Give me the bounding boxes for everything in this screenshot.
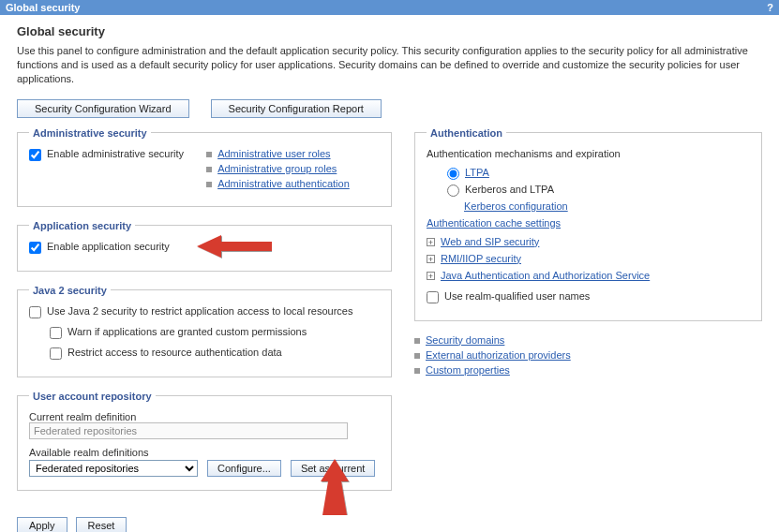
enable-admin-security-checkbox[interactable] <box>29 149 41 161</box>
use-realm-qualified-checkbox[interactable] <box>427 291 439 303</box>
reset-button[interactable]: Reset <box>76 517 127 532</box>
external-auth-providers-link[interactable]: External authorization providers <box>426 349 571 361</box>
expand-icon[interactable]: + <box>427 238 435 246</box>
bullet-icon <box>414 338 420 344</box>
admin-group-roles-link[interactable]: Administrative group roles <box>217 163 337 174</box>
java2-security-fieldset: Java 2 security Use Java 2 security to r… <box>17 285 392 377</box>
bullet-icon <box>206 152 212 157</box>
custom-properties-link[interactable]: Custom properties <box>426 364 510 376</box>
kerberos-config-link[interactable]: Kerberos configuration <box>464 200 568 212</box>
page-heading: Global security <box>17 24 762 38</box>
admin-authentication-link[interactable]: Administrative authentication <box>217 178 350 189</box>
available-realm-select[interactable]: Federated repositories <box>29 460 198 477</box>
help-icon[interactable]: ? <box>767 2 773 13</box>
auth-mech-label: Authentication mechanisms and expiration <box>427 148 750 159</box>
expand-icon[interactable]: + <box>427 272 435 280</box>
security-domains-link[interactable]: Security domains <box>426 334 504 346</box>
restrict-access-checkbox[interactable] <box>50 347 62 360</box>
user-account-repository-legend: User account repository <box>29 391 156 402</box>
jaas-link[interactable]: Java Authentication and Authorization Se… <box>441 270 650 281</box>
application-security-fieldset: Application security Enable application … <box>17 220 392 272</box>
auth-cache-settings-link[interactable]: Authentication cache settings <box>427 217 561 229</box>
available-realm-label: Available realm definitions <box>29 447 380 458</box>
bullet-icon <box>414 353 420 359</box>
current-realm-input <box>29 422 348 439</box>
enable-app-security-label: Enable application security <box>47 241 170 252</box>
window-title: Global security <box>6 2 80 13</box>
bullet-icon <box>206 167 212 172</box>
configure-button[interactable]: Configure... <box>207 460 281 477</box>
web-sip-security-link[interactable]: Web and SIP security <box>441 236 539 247</box>
administrative-security-fieldset: Administrative security Enable administr… <box>17 127 392 207</box>
bullet-icon <box>414 368 420 374</box>
admin-user-roles-link[interactable]: Administrative user roles <box>217 148 330 159</box>
administrative-security-legend: Administrative security <box>29 127 151 139</box>
authentication-legend: Authentication <box>427 127 506 139</box>
authentication-fieldset: Authentication Authentication mechanisms… <box>414 127 762 321</box>
enable-app-security-checkbox[interactable] <box>29 242 41 254</box>
application-security-legend: Application security <box>29 220 135 231</box>
bullet-icon <box>206 182 212 187</box>
apply-button[interactable]: Apply <box>17 517 67 532</box>
rmi-iiop-security-link[interactable]: RMI/IIOP security <box>441 253 521 264</box>
ltpa-link[interactable]: LTPA <box>465 167 489 178</box>
warn-permissions-label: Warn if applications are granted custom … <box>67 326 307 337</box>
expand-icon[interactable]: + <box>427 255 435 263</box>
kerberos-ltpa-radio[interactable] <box>447 185 459 197</box>
restrict-access-label: Restrict access to resource authenticati… <box>67 347 282 358</box>
security-config-report-button[interactable]: Security Configuration Report <box>211 99 382 118</box>
page-intro: Use this panel to configure administrati… <box>17 44 762 86</box>
user-account-repository-fieldset: User account repository Current realm de… <box>17 391 392 491</box>
kerberos-ltpa-label: Kerberos and LTPA <box>465 184 554 195</box>
warn-permissions-checkbox[interactable] <box>50 327 62 339</box>
use-java2-label: Use Java 2 security to restrict applicat… <box>47 305 352 317</box>
set-as-current-button[interactable]: Set as current <box>291 460 375 477</box>
ltpa-radio[interactable] <box>447 168 459 180</box>
java2-security-legend: Java 2 security <box>29 285 111 296</box>
enable-admin-security-label: Enable administrative security <box>47 148 184 159</box>
use-realm-qualified-label: Use realm-qualified user names <box>444 290 590 302</box>
security-config-wizard-button[interactable]: Security Configuration Wizard <box>17 99 189 118</box>
current-realm-label: Current realm definition <box>29 411 380 422</box>
use-java2-checkbox[interactable] <box>29 306 41 318</box>
